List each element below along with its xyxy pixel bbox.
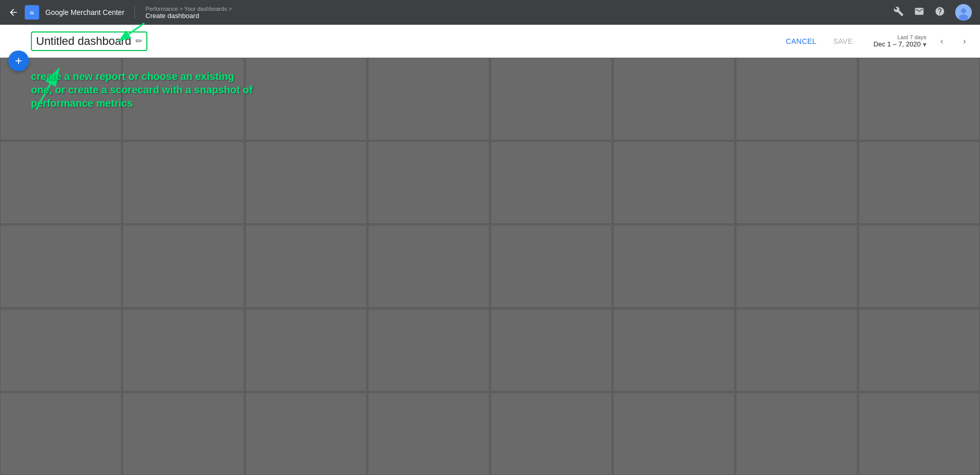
grid-cell[interactable]: [123, 141, 244, 224]
dashboard-grid: [0, 58, 980, 475]
grid-cell[interactable]: [491, 392, 612, 475]
grid-cell[interactable]: [123, 58, 244, 140]
grid-cell[interactable]: [0, 392, 122, 475]
date-range-value: Dec 1 – 7, 2020: [873, 40, 921, 48]
topbar-icons: [893, 4, 972, 21]
breadcrumb-path: Performance > Your dashboards >: [145, 6, 232, 12]
grid-cell[interactable]: [613, 225, 735, 307]
grid-cell[interactable]: [491, 141, 612, 224]
grid-cell[interactable]: [858, 58, 980, 140]
titlebar-actions: CANCEL SAVE Last 7 days Dec 1 – 7, 2020 …: [782, 33, 972, 50]
grid-cell[interactable]: [736, 141, 857, 224]
app-name: Google Merchant Center: [45, 8, 124, 17]
titlebar: Untitled dashboard ✏ CANCEL SAVE Last 7 …: [0, 25, 980, 58]
grid-cell[interactable]: [613, 309, 735, 391]
grid-cell[interactable]: [858, 392, 980, 475]
arrow-annotation-svg: [113, 21, 155, 46]
mail-icon[interactable]: [914, 6, 924, 19]
save-button[interactable]: SAVE: [829, 33, 857, 50]
svg-point-4: [959, 14, 968, 21]
help-icon[interactable]: [935, 6, 945, 19]
app-logo: G: [25, 5, 39, 20]
grid-cell[interactable]: [736, 309, 857, 391]
dashboard-title-wrapper[interactable]: Untitled dashboard ✏: [31, 31, 147, 51]
grid-cell[interactable]: [368, 309, 489, 391]
svg-text:G: G: [30, 10, 34, 15]
breadcrumb: Performance > Your dashboards > Create d…: [145, 6, 232, 20]
grid-cell[interactable]: [613, 58, 735, 140]
grid-cell[interactable]: [736, 392, 857, 475]
grid-cell[interactable]: [491, 309, 612, 391]
grid-cell[interactable]: [123, 392, 244, 475]
add-widget-button[interactable]: +: [8, 51, 29, 71]
date-range-selector[interactable]: Dec 1 – 7, 2020 ▾: [873, 40, 926, 48]
topbar-divider: [134, 6, 135, 19]
grid-cell[interactable]: [368, 392, 489, 475]
grid-cell[interactable]: [245, 392, 367, 475]
grid-cell[interactable]: [736, 225, 857, 307]
grid-cell[interactable]: [368, 141, 489, 224]
grid-cell[interactable]: [0, 141, 122, 224]
grid-cell[interactable]: [613, 392, 735, 475]
grid-cell[interactable]: [245, 225, 367, 307]
avatar[interactable]: [955, 4, 972, 21]
date-prev-button[interactable]: ‹: [935, 34, 949, 48]
grid-cell[interactable]: [491, 58, 612, 140]
svg-line-6: [119, 23, 144, 41]
date-next-button[interactable]: ›: [957, 34, 972, 48]
grid-cell[interactable]: [123, 309, 244, 391]
grid-cell[interactable]: [613, 141, 735, 224]
grid-cell[interactable]: [858, 141, 980, 224]
grid-cell[interactable]: [736, 58, 857, 140]
grid-cell[interactable]: [858, 225, 980, 307]
breadcrumb-current: Create dashboard: [145, 12, 232, 20]
grid-cell[interactable]: [0, 225, 122, 307]
grid-cell[interactable]: [491, 225, 612, 307]
grid-cell[interactable]: [123, 225, 244, 307]
grid-cell[interactable]: [368, 225, 489, 307]
grid-cell[interactable]: [245, 58, 367, 140]
grid-cell[interactable]: [368, 58, 489, 140]
dropdown-icon[interactable]: ▾: [923, 40, 926, 48]
cancel-button[interactable]: CANCEL: [782, 33, 821, 50]
grid-cell[interactable]: [245, 141, 367, 224]
grid-cell[interactable]: [0, 309, 122, 391]
tools-icon[interactable]: [893, 6, 904, 19]
date-range-wrapper: Last 7 days Dec 1 – 7, 2020 ▾: [873, 34, 926, 48]
grid-cell[interactable]: [245, 309, 367, 391]
date-range-label: Last 7 days: [898, 34, 926, 40]
grid-cell[interactable]: [858, 309, 980, 391]
svg-point-3: [961, 8, 966, 13]
back-button[interactable]: [8, 7, 19, 18]
